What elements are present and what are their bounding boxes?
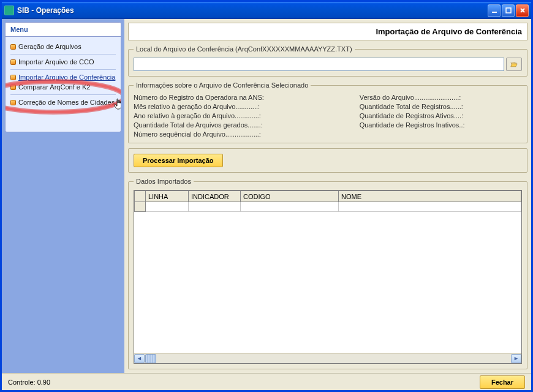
- info-qtd-total-registros: Quantidade Total de Registros......:: [360, 103, 465, 110]
- info-qtd-ativos: Quantidade de Registros Ativos....:: [360, 112, 465, 119]
- main-panel: Importação de Arquivo de Conferência Loc…: [124, 19, 531, 373]
- info-qtd-arquivos: Quantidade Total de Arquivos gerados....…: [134, 121, 347, 129]
- info-left-column: Número do Registro da Operadora na ANS: …: [134, 94, 347, 138]
- window-close-button[interactable]: [516, 4, 529, 17]
- scroll-left-button[interactable]: ◄: [134, 354, 145, 363]
- table-row[interactable]: [135, 202, 521, 212]
- menu-item-geracao-arquivos[interactable]: Geração de Arquivos: [10, 42, 116, 51]
- menu-item-correcao-cidades[interactable]: Correção de Nomes de Cidades: [10, 97, 116, 107]
- column-indicador[interactable]: INDICADOR: [189, 191, 241, 202]
- file-info-group: Informações sobre o Arquivo de Conferênc…: [128, 81, 527, 143]
- menu-separator: [10, 94, 116, 95]
- app-window: SIB - Operações Menu: [2, 2, 531, 390]
- menu-separator: [10, 54, 116, 55]
- maximize-button[interactable]: [502, 4, 515, 17]
- page-title: Importação de Arquivo de Conferência: [128, 23, 527, 40]
- app-icon: [4, 6, 14, 15]
- process-group: Processar Importação: [128, 148, 527, 173]
- info-versao: Versão do Arquivo.......................…: [360, 94, 465, 101]
- info-right-column: Versão do Arquivo.......................…: [360, 94, 465, 138]
- minimize-button[interactable]: [488, 4, 501, 17]
- maximize-icon: [505, 7, 512, 13]
- info-mes-geracao: Mês relativo à geração do Arquivo.......…: [134, 103, 347, 110]
- scroll-right-button[interactable]: ►: [511, 354, 521, 363]
- menu-body: Geração de Arquivos Importar Arquivo de …: [6, 37, 121, 132]
- svg-rect-1: [506, 8, 511, 13]
- menu-panel: Menu Geração de Arquivos Importar Arquiv…: [5, 22, 121, 132]
- menu-item-comparar-arqconf-k2[interactable]: Comparar ArqConf e K2: [10, 82, 116, 92]
- statusbar: Controle: 0.90 Fechar: [2, 373, 531, 390]
- column-codigo[interactable]: CODIGO: [241, 191, 339, 202]
- horizontal-scrollbar[interactable]: ◄ ►: [134, 353, 521, 363]
- imported-data-label: Dados Importados: [134, 178, 194, 185]
- menu-label: Geração de Arquivos: [18, 43, 81, 50]
- table-empty-area: [134, 212, 521, 353]
- status-text: Controle: 0.90: [8, 379, 474, 386]
- file-location-group: Local do Arquivo de Conferência (ArqConf…: [128, 45, 527, 77]
- file-info-label: Informações sobre o Arquivo de Conferênc…: [134, 81, 311, 89]
- folder-open-icon: [510, 60, 518, 69]
- menu-label: Comparar ArqConf e K2: [18, 83, 90, 91]
- svg-rect-0: [492, 12, 497, 13]
- file-path-input[interactable]: [134, 58, 504, 71]
- file-row: [134, 58, 522, 71]
- scroll-thumb[interactable]: [145, 354, 156, 363]
- menu-label: Correção de Nomes de Cidades: [18, 99, 115, 106]
- menu-label: Importar Arquivo de CCO: [18, 58, 94, 66]
- process-import-button[interactable]: Processar Importação: [134, 154, 223, 167]
- bullet-icon: [10, 75, 16, 80]
- close-icon: [520, 7, 526, 13]
- menu-item-importar-cco[interactable]: Importar Arquivo de CCO: [10, 57, 116, 67]
- menu-header: Menu: [6, 23, 121, 37]
- column-nome[interactable]: NOME: [339, 191, 521, 202]
- data-table: LINHA INDICADOR CODIGO NOME: [134, 190, 521, 212]
- file-location-label: Local do Arquivo de Conferência (ArqConf…: [134, 45, 355, 53]
- menu-separator: [10, 69, 116, 70]
- data-table-container: LINHA INDICADOR CODIGO NOME: [134, 190, 522, 364]
- browse-button[interactable]: [506, 58, 522, 71]
- menu-label: Importar Arquivo de Conferência: [18, 74, 115, 81]
- info-registro-operadora: Número do Registro da Operadora na ANS:: [134, 94, 347, 101]
- body: Menu Geração de Arquivos Importar Arquiv…: [2, 19, 531, 373]
- close-button[interactable]: Fechar: [480, 375, 525, 389]
- imported-data-group: Dados Importados LINHA INDICADOR CODIGO …: [128, 178, 527, 369]
- bullet-icon: [10, 59, 16, 65]
- window-title: SIB - Operações: [17, 6, 488, 15]
- info-ano-geracao: Ano relativo à geração do Arquivo.......…: [134, 112, 347, 119]
- window-controls: [488, 4, 529, 17]
- bullet-icon: [10, 85, 16, 90]
- bullet-icon: [10, 44, 16, 50]
- column-linha[interactable]: LINHA: [146, 191, 189, 202]
- titlebar: SIB - Operações: [2, 2, 531, 19]
- info-num-sequencial: Número sequêncial do Arquivo............…: [134, 130, 347, 138]
- sidebar: Menu Geração de Arquivos Importar Arquiv…: [2, 19, 124, 373]
- bullet-icon: [10, 100, 16, 105]
- row-header-corner: [135, 191, 146, 202]
- info-qtd-inativos: Quantidade de Registros Inativos..:: [360, 121, 465, 129]
- menu-item-importar-conferencia[interactable]: Importar Arquivo de Conferência: [10, 72, 116, 82]
- minimize-icon: [491, 7, 497, 13]
